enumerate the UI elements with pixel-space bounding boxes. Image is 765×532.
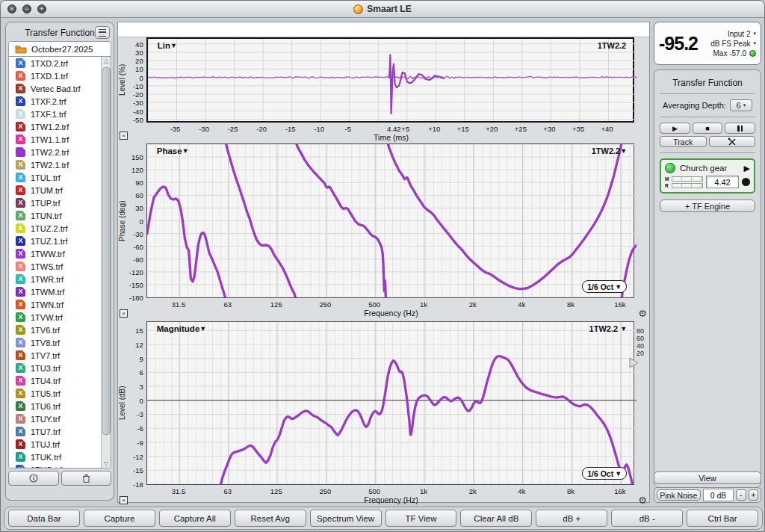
zoom-window-icon[interactable]: + <box>37 4 46 13</box>
file-list-item[interactable]: X1TU5.trf <box>9 387 102 400</box>
file-list-item[interactable]: X1TUN.trf <box>9 209 102 222</box>
tools-button[interactable] <box>709 136 756 147</box>
y-tick-label: 20 <box>135 57 143 65</box>
file-list-item[interactable]: X1TUM.trf <box>9 184 102 197</box>
input-selector[interactable]: Input 2▾ <box>728 30 756 38</box>
file-list-item[interactable]: X1TWR.trf <box>9 273 102 285</box>
scroll-down-icon[interactable]: ▽ <box>102 460 111 467</box>
tf-engine-box[interactable]: Church gear ▶ M R 4.42 <box>660 158 755 194</box>
file-list-item[interactable]: X1TU4.trf <box>9 374 102 387</box>
phase-plot[interactable]: Phase▼ 1TW2.2▼ 1/6 Oct▼ <box>146 143 634 298</box>
file-list-item[interactable]: X1TV6.trf <box>9 324 102 336</box>
file-list-item[interactable]: X1TW1.2.trf <box>9 120 102 133</box>
close-window-icon[interactable]: × <box>7 4 16 13</box>
file-list-item[interactable]: X1TUY.trf <box>9 412 102 425</box>
capture-button[interactable]: Capture <box>84 510 155 527</box>
file-list-item[interactable]: X1TXF.1.trf <box>9 108 102 120</box>
delay-time-field[interactable]: 4.42 <box>706 176 739 188</box>
magnitude-type-selector[interactable]: Magnitude▼ <box>157 324 206 333</box>
data-bar-button[interactable]: Data Bar <box>8 510 80 527</box>
level-plus-button[interactable]: + <box>749 489 758 501</box>
x-tick-label: 2k <box>469 300 477 309</box>
file-list-item[interactable]: X1TUZ.1.trf <box>9 235 102 247</box>
pink-noise-button[interactable]: Pink Noise <box>657 489 701 501</box>
play-button[interactable]: ▶ <box>660 123 690 134</box>
scroll-up-icon[interactable]: △ <box>102 58 111 64</box>
close-magnitude-chart-icon[interactable]: × <box>120 496 128 504</box>
app-icon <box>353 4 363 14</box>
file-list-item[interactable]: X1TUK.trf <box>9 451 102 463</box>
file-list-item[interactable]: X1TWN.trf <box>9 298 102 311</box>
impulse-type-selector[interactable]: Lin▼ <box>158 41 177 50</box>
delay-find-button[interactable] <box>742 178 750 186</box>
file-list-item[interactable]: X1TU7.trf <box>9 425 102 438</box>
phase-settings-gear-icon[interactable]: ⚙ <box>638 309 647 319</box>
reset-avg-button[interactable]: Reset Avg <box>235 510 306 527</box>
capture-all-button[interactable]: Capture All <box>159 510 231 527</box>
ctrl-bar-button[interactable]: Ctrl Bar <box>687 510 758 527</box>
file-info-button[interactable] <box>8 471 59 486</box>
file-list-item[interactable]: X1TU3.trf <box>9 362 102 374</box>
level-minus-button[interactable]: - <box>736 489 746 501</box>
stop-button[interactable]: ■ <box>693 123 723 134</box>
add-tf-engine-button[interactable]: + TF Engine <box>660 200 755 212</box>
file-name: 1TXD.1.trf <box>31 72 68 81</box>
y-tick-label: 12 <box>135 340 143 348</box>
engine-play-icon[interactable]: ▶ <box>744 164 750 173</box>
file-list-item[interactable]: X1TUZ.2.trf <box>9 222 102 235</box>
phase-trace-selector[interactable]: 1TW2.2▼ <box>592 146 627 155</box>
minimize-window-icon[interactable]: − <box>22 4 31 13</box>
db--button[interactable]: dB - <box>611 510 683 527</box>
magnitude-trace-selector[interactable]: 1TW2.2 ▼ <box>589 324 628 333</box>
pause-button[interactable] <box>725 123 755 134</box>
clear-all-db-button[interactable]: Clear All dB <box>460 510 532 527</box>
file-list-item[interactable]: X1TW1.1.trf <box>9 133 102 146</box>
spectrum-view-button[interactable]: Spectrum View <box>310 510 382 527</box>
file-list-item[interactable]: X1TUQ.trf <box>9 463 102 468</box>
file-list-item[interactable]: X1TWS.trf <box>9 260 102 273</box>
impulse-plot[interactable]: Lin▼ 1TW2.2 <box>146 37 634 123</box>
magnitude-plot[interactable]: Magnitude▼ 1TW2.2 ▼ 1/6 Oct▼ <box>146 321 634 485</box>
file-list-item[interactable]: X1TUJ.trf <box>9 438 102 451</box>
file-list-item[interactable]: X1TVW.trf <box>9 311 102 324</box>
scale-drag-handle[interactable] <box>629 357 639 371</box>
phase-smoothing-selector[interactable]: 1/6 Oct▼ <box>582 280 627 293</box>
file-list-item[interactable]: X1TXD.2.trf <box>9 57 102 69</box>
file-list-item[interactable]: X1TW2.1.trf <box>9 158 102 171</box>
magnitude-smoothing-selector[interactable]: 1/6 Oct▼ <box>582 467 627 480</box>
file-list-item[interactable]: 1TW2.2.trf <box>9 146 102 158</box>
db--button[interactable]: dB + <box>536 510 607 527</box>
file-list-item[interactable]: X1TU6.trf <box>9 400 102 412</box>
file-list-item[interactable]: X1TWM.trf <box>9 285 102 298</box>
sidebar-menu-button[interactable] <box>95 26 110 39</box>
magnitude-settings-gear-icon[interactable]: ⚙ <box>638 495 647 506</box>
y-tick-label: -40 <box>133 107 143 115</box>
y-tick-label: -12 <box>133 452 143 460</box>
close-phase-chart-icon[interactable]: × <box>120 309 128 318</box>
file-list-item[interactable]: X1TXF.2.trf <box>9 95 102 108</box>
file-list-item[interactable]: X1TV7.trf <box>9 349 102 362</box>
track-button[interactable]: Track <box>660 136 707 147</box>
magnitude-y-axis-label: Level (dB) <box>117 321 127 485</box>
scrollbar-thumb[interactable] <box>102 67 111 435</box>
view-button[interactable]: View <box>654 471 761 484</box>
file-list-item[interactable]: X1TWW.trf <box>9 247 102 260</box>
tf-view-button[interactable]: TF View <box>385 510 457 527</box>
x-tick-label: 250 <box>320 487 332 495</box>
file-list-item[interactable]: X1TXD.1.trf <box>9 69 102 82</box>
magnitude-y-axis: Level (dB) 15129630-3-6-9-12-15-18 <box>118 321 146 485</box>
max-level: Max -57.0 <box>713 49 756 58</box>
m-level-meter <box>672 176 703 182</box>
file-list-scrollbar[interactable]: △ ▽ <box>101 57 111 468</box>
close-impulse-chart-icon[interactable]: × <box>120 132 128 140</box>
delete-file-button[interactable] <box>61 471 112 486</box>
averaging-depth-dropdown[interactable]: 6▾ <box>730 99 752 111</box>
file-list-item[interactable]: X1TUP.trf <box>9 197 102 209</box>
folder-row[interactable]: October27.2025 <box>9 42 111 57</box>
file-list-item[interactable]: X1TUL.trf <box>9 171 102 184</box>
meter-unit-selector[interactable]: dB FS Peak▾ <box>710 40 756 48</box>
file-list-item[interactable]: XVertec Bad.trf <box>9 82 102 95</box>
file-list-item[interactable]: X1TV8.trf <box>9 336 102 349</box>
phase-type-selector[interactable]: Phase▼ <box>157 146 189 155</box>
trf-file-icon: X <box>16 122 25 132</box>
